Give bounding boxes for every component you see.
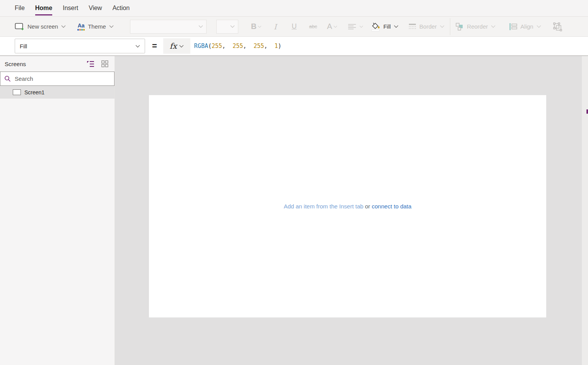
group-icon [553,22,562,31]
connect-to-data-link[interactable]: connect to data [372,203,412,210]
underline-button[interactable]: U [285,19,304,34]
formula-token: 1 [275,43,278,49]
insert-tab-link[interactable]: Add an item from the Insert tab [284,203,363,210]
screen-list-item-screen1[interactable]: Screen1 [0,86,115,99]
font-color-button[interactable]: A [323,19,342,34]
formula-token: RGBA [194,43,208,49]
new-screen-icon [15,23,24,31]
app-window: File Home Insert View Action New screen … [0,0,588,365]
chevron-down-icon [198,25,203,28]
bold-label: B [251,22,256,31]
chevron-down-icon [258,26,262,28]
reorder-label: Reorder [467,23,488,30]
tree-view-icon[interactable] [86,60,95,68]
content-area: Screens [0,56,588,365]
formula-token: , [264,43,274,49]
chevron-down-icon [394,25,398,28]
theme-button[interactable]: Aa Theme [77,19,114,34]
formula-token: 255 [253,43,264,49]
border-icon [409,24,416,30]
reorder-button[interactable]: Reorder [456,19,496,34]
formula-token: , [222,43,232,49]
fx-dropdown[interactable]: fx [163,38,190,54]
chevron-down-icon [230,25,235,28]
equals-sign: = [152,41,157,51]
text-align-button[interactable] [348,19,363,34]
align-label: Align [520,23,533,30]
text-align-icon [348,24,356,30]
formula-bar: Fill = fx RGBA(255, 255, 255, 1) [0,37,588,56]
search-input[interactable] [15,75,110,82]
reorder-icon [456,23,464,31]
vertical-scrollbar[interactable] [582,56,588,365]
fill-button[interactable]: Fill [371,19,398,34]
thumbnail-view-icon[interactable] [101,60,109,68]
menu-bar: File Home Insert View Action [0,0,588,17]
chevron-down-icon [440,25,444,28]
formula-token: 255 [212,43,222,49]
screens-panel-header: Screens [0,56,115,72]
font-color-label: A [327,22,332,31]
screen-canvas[interactable]: Add an item from the Insert tab or conne… [149,95,546,317]
screens-panel: Screens [0,56,115,365]
toolbar: New screen Aa Theme [0,17,588,37]
new-screen-button[interactable]: New screen [15,19,66,34]
scrollbar-thumb[interactable] [586,109,588,114]
group-button[interactable] [553,19,562,34]
underline-label: U [292,22,297,31]
italic-label: I [274,22,277,31]
strikethrough-label: abc [309,24,317,29]
fill-bucket-icon [371,22,380,31]
align-icon [509,23,517,30]
font-family-dropdown[interactable] [130,20,207,34]
screens-panel-title: Screens [5,61,26,67]
border-label: Border [419,23,437,30]
chevron-down-icon [179,45,184,48]
theme-label: Theme [88,23,106,30]
chevron-down-icon [359,26,363,28]
new-screen-label: New screen [27,23,58,30]
canvas-area: Add an item from the Insert tab or conne… [115,56,588,365]
menu-item-file[interactable]: File [15,0,25,17]
strikethrough-button[interactable]: abc [304,19,323,34]
fx-icon: fx [170,41,177,51]
menu-item-home[interactable]: Home [35,0,52,17]
chevron-down-icon [333,26,337,28]
formula-token: , [243,43,253,49]
theme-icon: Aa [77,23,85,31]
property-dropdown-value: Fill [20,43,27,49]
border-button[interactable]: Border [409,19,444,34]
toolbar-divider [450,18,450,35]
chevron-down-icon [135,45,140,48]
screen-list: Screen1 [0,86,115,99]
search-icon [4,75,11,82]
chevron-down-icon [537,25,541,28]
bold-button[interactable]: B [247,19,266,34]
align-button[interactable]: Align [509,19,541,34]
menu-item-action[interactable]: Action [113,0,130,17]
menu-item-insert[interactable]: Insert [63,0,78,17]
screen-item-label: Screen1 [24,89,44,96]
chevron-down-icon [61,25,66,28]
search-box [0,72,115,86]
fill-label: Fill [383,23,391,30]
font-size-dropdown[interactable] [216,20,238,34]
empty-canvas-hint: Add an item from the Insert tab or conne… [284,203,411,210]
property-dropdown[interactable]: Fill [15,39,145,53]
chevron-down-icon [109,25,114,28]
formula-token: ) [278,43,282,49]
formula-input[interactable]: RGBA(255, 255, 255, 1) [190,38,588,54]
formula-token: 255 [232,43,243,49]
formula-token: ( [208,43,212,49]
chevron-down-icon [491,25,496,28]
screen-thumbnail-icon [13,89,21,95]
menu-item-view[interactable]: View [89,0,102,17]
italic-button[interactable]: I [266,19,285,34]
hint-conjunction: or [363,203,372,210]
